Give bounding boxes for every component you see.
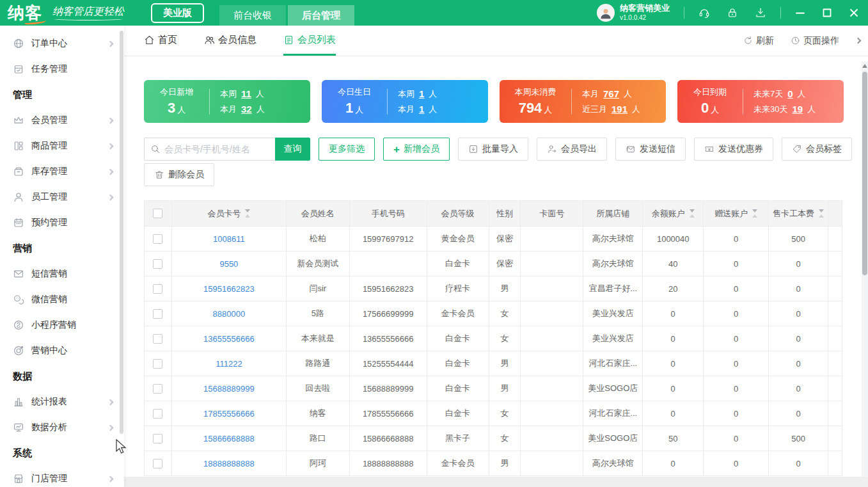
row-checkbox[interactable]	[153, 434, 162, 443]
page-operations-button[interactable]: 页面操作	[791, 35, 839, 47]
card-sub-value[interactable]: 767	[603, 88, 619, 99]
sidebar-item-booking-manage[interactable]: 预约管理	[0, 210, 124, 236]
lock-icon[interactable]	[727, 7, 738, 19]
row-checkbox[interactable]	[153, 309, 162, 319]
sidebar-item-sms-marketing[interactable]: 短信营销	[0, 261, 124, 287]
member-balance-cell: 20	[643, 276, 704, 301]
row-checkbox[interactable]	[153, 259, 162, 269]
card-main: 今日新增 3人	[144, 86, 209, 116]
member-card-no-link[interactable]: 9550	[219, 259, 238, 269]
chevron-right-icon[interactable]	[855, 38, 862, 44]
list-icon	[283, 35, 294, 45]
member-tag-button[interactable]: 会员标签	[782, 138, 852, 161]
header-gift[interactable]: 赠送账户	[704, 201, 769, 227]
send-sms-button[interactable]: 发送短信	[615, 138, 686, 161]
member-card-no-link[interactable]: 18888888888	[203, 459, 255, 468]
tab-member-info[interactable]: 会员信息	[204, 26, 256, 56]
header-card-fee[interactable]: 售卡工本费	[769, 201, 828, 227]
stat-card-expire-today[interactable]: 今日到期 0人 未来7天0人 未来30天19人	[677, 80, 844, 123]
delete-member-button[interactable]: 删除会员	[144, 163, 214, 186]
sidebar-item-member-manage[interactable]: 会员管理	[0, 108, 124, 133]
member-card-no-link[interactable]: 1008611	[213, 234, 245, 244]
card-sub-value[interactable]: 32	[241, 104, 252, 115]
sidebar-item-goods-manage[interactable]: 商品管理	[0, 133, 124, 159]
add-member-button[interactable]: +新增会员	[383, 138, 450, 161]
sort-icon[interactable]	[819, 209, 824, 218]
row-checkbox[interactable]	[153, 334, 162, 344]
select-all-checkbox[interactable]	[153, 209, 162, 218]
close-icon[interactable]	[849, 8, 859, 18]
tab-member-list[interactable]: 会员列表	[283, 26, 336, 56]
scrollbar-thumb[interactable]	[862, 72, 867, 275]
member-card-face-cell	[521, 301, 583, 326]
nav-tab-front-cashier[interactable]: 前台收银	[219, 5, 286, 26]
row-checkbox[interactable]	[153, 409, 162, 419]
member-card-no-link[interactable]: 8880000	[213, 309, 246, 319]
member-store-cell: 河北石家庄...	[583, 351, 643, 376]
sidebar-item-report[interactable]: 统计报表	[0, 389, 124, 415]
stat-card-birthday-today[interactable]: 今日生日 1人 本周1人 本月1人	[322, 80, 488, 123]
search-input[interactable]	[164, 144, 267, 154]
edition-badge[interactable]: 美业版	[151, 3, 204, 23]
minimize-icon[interactable]	[795, 8, 805, 18]
sidebar-item-order-center[interactable]: 订单中心	[0, 31, 124, 56]
member-card-no-link[interactable]: 15688889999	[203, 384, 255, 394]
customer-service-icon[interactable]	[698, 7, 710, 19]
member-card-no-link[interactable]: 13655556666	[203, 334, 255, 344]
main-area: 首页 会员信息 会员列表 刷新 页面操作	[124, 26, 868, 487]
batch-import-button[interactable]: 批量导入	[458, 138, 528, 161]
card-sub-value[interactable]: 191	[612, 104, 627, 115]
sort-icon[interactable]	[690, 209, 695, 218]
card-sub-value[interactable]: 19	[792, 104, 803, 115]
inventory-icon	[13, 166, 24, 177]
row-checkbox[interactable]	[153, 284, 162, 294]
member-balance-cell: 0	[643, 326, 704, 351]
row-checkbox[interactable]	[153, 359, 162, 369]
header-balance[interactable]: 余额账户	[643, 201, 704, 227]
stat-card-no-consume-week[interactable]: 本周未消费 794人 本月767人 近三月191人	[500, 80, 666, 123]
row-checkbox[interactable]	[153, 459, 162, 468]
refresh-button[interactable]: 刷新	[743, 35, 774, 47]
card-main-value: 794人	[500, 100, 571, 116]
card-sub-value[interactable]: 1	[419, 88, 424, 99]
download-icon[interactable]	[755, 7, 766, 19]
sidebar-item-inventory-manage[interactable]: 库存管理	[0, 159, 124, 184]
user-block[interactable]: 纳客营销美业 v1.0.0.42	[597, 3, 670, 22]
sidebar-item-miniapp-marketing[interactable]: 小程序营销	[0, 312, 124, 338]
scroll-up-arrow[interactable]	[862, 64, 867, 68]
member-card-no-link[interactable]: 15951662823	[203, 284, 255, 294]
sidebar-item-store-manage[interactable]: 门店管理	[0, 466, 124, 487]
sidebar-item-staff-manage[interactable]: 员工管理	[0, 184, 124, 210]
row-checkbox[interactable]	[153, 384, 162, 394]
member-gift-cell: 0	[704, 351, 769, 376]
sidebar-scrollbar[interactable]	[120, 31, 123, 434]
card-sub-value[interactable]: 11	[241, 88, 251, 99]
member-card-no-link[interactable]: 111222	[216, 359, 242, 369]
maximize-icon[interactable]	[822, 8, 832, 18]
more-filter-button[interactable]: 更多筛选	[319, 138, 375, 161]
stat-card-new-today[interactable]: 今日新增 3人 本周11人 本月32人	[144, 80, 310, 123]
card-sub-value[interactable]: 0	[787, 88, 793, 99]
header-card-no[interactable]: 会员卡号	[172, 201, 287, 227]
search-button[interactable]: 查询	[275, 138, 310, 161]
sort-icon[interactable]	[245, 209, 250, 218]
nav-tab-backend-manage[interactable]: 后台管理	[288, 5, 354, 26]
app-window: 纳客 纳客管店更轻松 美业版 前台收银 后台管理 纳客营销美业 v1.0.0.4…	[0, 0, 868, 487]
page-operations-label: 页面操作	[803, 35, 839, 47]
tab-home[interactable]: 首页	[144, 26, 177, 56]
member-gender-cell: 女	[489, 326, 521, 351]
sort-icon[interactable]	[752, 209, 757, 218]
main-scrollbar[interactable]	[862, 61, 868, 487]
sidebar-item-wechat-marketing[interactable]: 微信营销	[0, 287, 124, 312]
sidebar-item-data-analysis[interactable]: 数据分析	[0, 415, 124, 440]
card-sub-value[interactable]: 1	[419, 104, 424, 115]
sidebar-item-marketing-center[interactable]: 营销中心	[0, 338, 124, 363]
sidebar-item-task-manage[interactable]: 任务管理	[0, 56, 124, 82]
member-card-no-link[interactable]: 15866668888	[203, 434, 255, 443]
send-coupon-button[interactable]: 发送优惠券	[694, 138, 773, 161]
member-export-button[interactable]: 会员导出	[537, 138, 607, 161]
row-checkbox[interactable]	[153, 234, 162, 244]
member-card-no-link[interactable]: 17855556666	[203, 409, 255, 419]
target-icon	[13, 345, 24, 356]
sidebar: 订单中心 任务管理 管理 会员管理 商品管理 库存管理 员工管理	[0, 26, 124, 487]
